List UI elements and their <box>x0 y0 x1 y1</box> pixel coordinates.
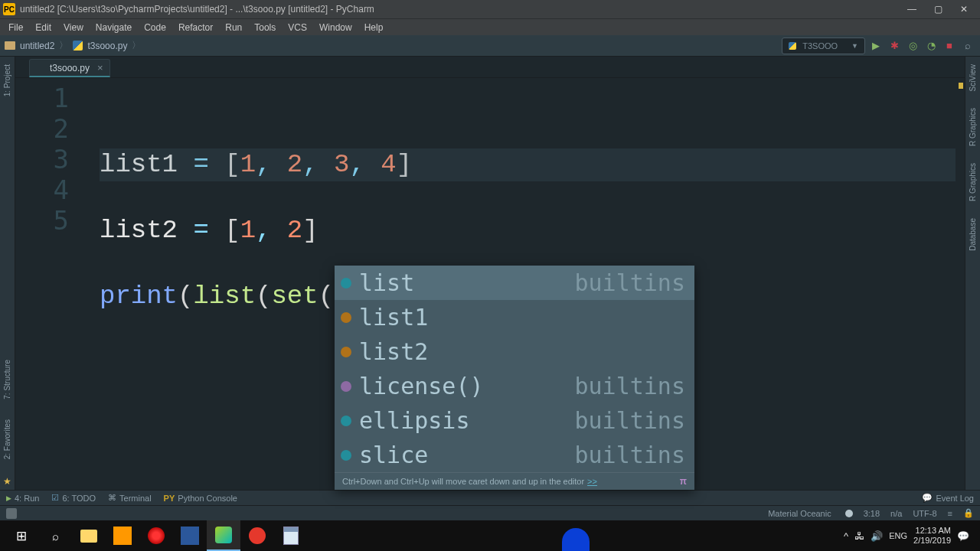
taskbar-notepad[interactable] <box>274 520 308 551</box>
taskbar-sublime[interactable] <box>106 520 139 551</box>
nav-toolbar: untitled2 〉 t3sooo.py 〉 T3SOOO ▼ ▶ ✱ ◎ ◔… <box>0 35 980 57</box>
tool-structure[interactable]: 7: Structure <box>3 357 11 403</box>
app-icon: PC <box>3 3 15 15</box>
completion-item[interactable]: list2 <box>335 334 694 369</box>
status-encoding[interactable]: UTF-8 <box>913 509 936 518</box>
status-bar: Material Oceanic 3:18 n/a UTF-8 ≡ 🔒 <box>0 505 980 520</box>
taskbar-opera[interactable] <box>139 520 173 551</box>
taskbar-file-explorer[interactable] <box>72 520 106 551</box>
menu-help[interactable]: Help <box>359 21 389 34</box>
debug-button[interactable]: ✱ <box>887 38 902 54</box>
tray-volume-icon[interactable]: 🔊 <box>871 530 883 542</box>
tray-chevron-icon[interactable]: ^ <box>844 530 848 542</box>
tool-python-console[interactable]: PYPython Console <box>164 494 237 503</box>
run-config-name: T3SOOO <box>802 41 838 51</box>
folder-icon <box>5 41 15 50</box>
tool-windows-icon[interactable] <box>6 508 17 519</box>
completion-item[interactable]: slice builtins <box>335 438 694 472</box>
tool-favorites[interactable]: 2: Favorites <box>3 416 11 462</box>
status-context: n/a <box>890 509 902 518</box>
menu-window[interactable]: Window <box>314 21 358 34</box>
warning-mark[interactable] <box>959 83 963 89</box>
menu-file[interactable]: File <box>3 21 28 34</box>
profile-button[interactable]: ◔ <box>923 38 939 54</box>
tool-sciview[interactable]: SciView <box>969 61 977 94</box>
variable-icon <box>341 347 351 357</box>
theme-dot-icon <box>845 510 853 517</box>
breadcrumb-file[interactable]: t3sooo.py <box>87 41 127 51</box>
star-icon: ★ <box>3 476 11 487</box>
run-button[interactable]: ▶ <box>868 38 884 54</box>
windows-taskbar: ⊞ ⌕ ^ 🖧 🔊 ENG 12:13 AM 2/19/2019 💬 <box>0 520 980 551</box>
autocomplete-popup[interactable]: list builtins list1 list2 license() buil… <box>335 266 694 490</box>
tool-terminal[interactable]: ⌘Terminal <box>108 493 152 503</box>
close-tab-icon[interactable]: × <box>97 62 103 73</box>
menu-refactor[interactable]: Refactor <box>173 21 218 34</box>
code-editor[interactable]: 1 2 3 4 5 list1 = [1, 2, 3, 4] list2 = [… <box>15 78 965 490</box>
taskbar-word[interactable] <box>173 520 207 551</box>
pi-icon[interactable]: π <box>680 476 687 487</box>
tool-rgraphics2[interactable]: R Graphics <box>969 160 977 204</box>
window-title: untitled2 [C:\Users\t3so\PycharmProjects… <box>20 4 899 15</box>
completion-item[interactable]: license() builtins <box>335 369 694 403</box>
current-line-highlight <box>100 148 956 181</box>
python-icon <box>789 42 796 50</box>
breadcrumb-end: 〉 <box>132 39 141 52</box>
python-file-icon <box>36 64 45 73</box>
system-tray[interactable]: ^ 🖧 🔊 ENG 12:13 AM 2/19/2019 💬 <box>844 526 975 546</box>
error-stripe[interactable] <box>956 78 965 490</box>
class-icon <box>341 278 351 289</box>
editor-tab-label: t3sooo.py <box>50 63 90 73</box>
stop-button[interactable]: ■ <box>942 38 957 54</box>
completion-item[interactable]: list builtins <box>335 266 694 300</box>
bottom-toolbar: ▶4: Run ☑6: TODO ⌘Terminal PYPython Cons… <box>0 490 980 505</box>
coverage-button[interactable]: ◎ <box>905 38 920 54</box>
event-log-button[interactable]: 💬Event Log <box>922 493 974 503</box>
cursor-blob <box>559 520 593 551</box>
menu-tools[interactable]: Tools <box>249 21 281 34</box>
search-everywhere-button[interactable]: ⌕ <box>960 38 975 54</box>
menu-run[interactable]: Run <box>220 21 247 34</box>
line-number: 2 <box>15 113 69 144</box>
line-number: 1 <box>15 83 69 113</box>
completion-item[interactable]: list1 <box>335 300 694 334</box>
tray-notifications-icon[interactable]: 💬 <box>957 530 969 542</box>
menu-navigate[interactable]: Navigate <box>90 21 137 34</box>
menu-view[interactable]: View <box>58 21 89 34</box>
hint-link[interactable]: >> <box>587 477 597 486</box>
taskbar-pycharm[interactable] <box>207 520 240 551</box>
breadcrumb-project[interactable]: untitled2 <box>20 41 54 51</box>
taskbar-recorder[interactable] <box>240 520 274 551</box>
tool-todo[interactable]: ☑6: TODO <box>51 493 96 503</box>
class-icon <box>341 416 351 426</box>
line-number: 5 <box>15 205 69 236</box>
editor-tab-active[interactable]: t3sooo.py × <box>29 59 110 77</box>
close-button[interactable]: ✕ <box>951 0 977 18</box>
tool-rgraphics[interactable]: R Graphics <box>969 105 977 149</box>
status-caret-pos[interactable]: 3:18 <box>864 509 880 518</box>
menu-edit[interactable]: Edit <box>30 21 57 34</box>
breadcrumb-sep: 〉 <box>59 39 68 52</box>
minimize-button[interactable]: — <box>899 0 925 18</box>
tray-language[interactable]: ENG <box>889 531 907 540</box>
line-gutter: 1 2 3 4 5 <box>15 78 100 490</box>
menu-bar: File Edit View Navigate Code Refactor Ru… <box>0 18 980 35</box>
status-theme[interactable]: Material Oceanic <box>768 509 831 518</box>
tool-database[interactable]: Database <box>969 215 977 254</box>
maximize-button[interactable]: ▢ <box>925 0 951 18</box>
readonly-lock-icon[interactable]: 🔒 <box>963 508 974 518</box>
tool-project[interactable]: 1: Project <box>3 61 11 99</box>
editor-tabs: t3sooo.py × <box>15 57 965 78</box>
menu-vcs[interactable]: VCS <box>283 21 312 34</box>
tool-run[interactable]: ▶4: Run <box>6 494 39 503</box>
start-button[interactable]: ⊞ <box>5 520 38 551</box>
search-button[interactable]: ⌕ <box>38 520 72 551</box>
menu-code[interactable]: Code <box>139 21 172 34</box>
run-config-dropdown[interactable]: T3SOOO ▼ <box>782 37 865 54</box>
completion-item[interactable]: ellipsis builtins <box>335 403 694 438</box>
window-titlebar: PC untitled2 [C:\Users\t3so\PycharmProje… <box>0 0 980 18</box>
right-tool-strip: SciView R Graphics R Graphics Database <box>965 57 980 490</box>
tray-network-icon[interactable]: 🖧 <box>854 530 864 542</box>
tray-clock[interactable]: 12:13 AM 2/19/2019 <box>913 526 951 546</box>
function-icon <box>341 381 351 392</box>
